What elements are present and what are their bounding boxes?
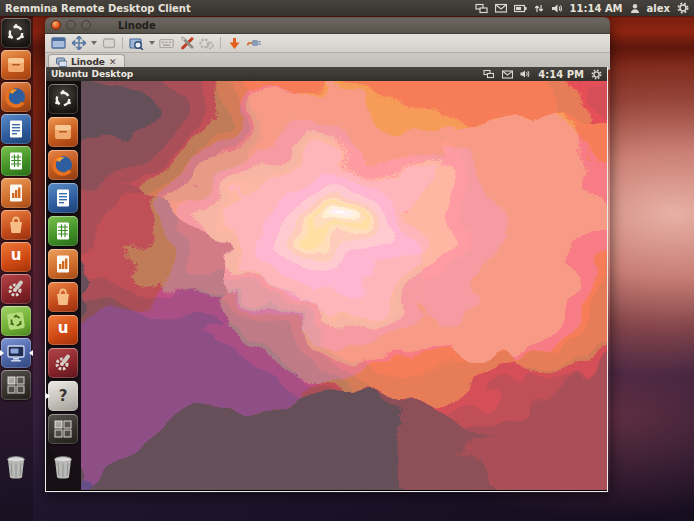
remote-launcher-item-libreoffice-impress[interactable] xyxy=(48,249,78,279)
ubuntu-one-glyph: u xyxy=(58,321,69,336)
host-unity-launcher: u xyxy=(0,16,33,521)
window-titlebar[interactable]: Linode xyxy=(45,17,610,34)
fullscreen-button[interactable] xyxy=(49,36,68,51)
remote-desktop-title: Ubuntu Desktop xyxy=(51,69,133,79)
launcher-item-libreoffice-calc[interactable] xyxy=(1,146,31,176)
active-app-title: Remmina Remote Desktop Client xyxy=(5,3,191,14)
remote-launcher-item-dash-home[interactable] xyxy=(48,84,78,114)
mail-icon[interactable] xyxy=(495,3,507,13)
network-icon[interactable] xyxy=(483,69,495,79)
remote-launcher-item-workspace-switcher[interactable] xyxy=(48,414,78,444)
clock[interactable]: 11:14 AM xyxy=(570,3,623,14)
window-minimize-button[interactable] xyxy=(66,20,76,30)
host-top-panel: Remmina Remote Desktop Client 11:14 AM a… xyxy=(0,0,694,16)
remote-launcher-item-trash[interactable] xyxy=(48,452,78,482)
fit-window-menu-caret[interactable] xyxy=(89,36,98,51)
remote-launcher-item-help[interactable]: ? xyxy=(48,381,78,411)
remote-launcher-item-system-settings[interactable] xyxy=(48,348,78,378)
window-close-button[interactable] xyxy=(51,20,61,30)
preferences-button[interactable] xyxy=(177,36,196,51)
launcher-item-workspace-switcher[interactable] xyxy=(1,370,31,400)
host-desktop: Remmina Remote Desktop Client 11:14 AM a… xyxy=(0,0,694,521)
ubuntu-one-glyph: u xyxy=(11,248,22,263)
launcher-item-firefox[interactable] xyxy=(1,82,31,112)
tab-label: Linode xyxy=(71,57,105,67)
launcher-item-ubuntu-software-center[interactable] xyxy=(1,210,31,240)
remote-indicator-tray: 4:14 PM xyxy=(483,69,602,80)
remote-launcher-item-libreoffice-calc[interactable] xyxy=(48,216,78,246)
launcher-item-remmina[interactable] xyxy=(1,338,31,368)
fit-window-button[interactable] xyxy=(69,36,88,51)
remmina-window: Linode xyxy=(45,17,610,493)
remote-unity-launcher: u ? xyxy=(46,81,81,490)
session-gear-icon[interactable] xyxy=(591,69,602,80)
volume-icon[interactable] xyxy=(520,69,531,79)
launcher-item-libreoffice-impress[interactable] xyxy=(1,178,31,208)
scaled-mode-button[interactable] xyxy=(99,36,118,51)
remote-clock[interactable]: 4:14 PM xyxy=(538,69,584,80)
help-glyph: ? xyxy=(59,389,68,404)
remmina-toolbar xyxy=(45,34,610,53)
launcher-item-ubuntu-one[interactable]: u xyxy=(1,242,31,272)
remote-running-indicator-arrow xyxy=(46,393,50,399)
remote-launcher-item-files[interactable] xyxy=(48,117,78,147)
battery-icon[interactable] xyxy=(514,4,527,13)
launcher-item-libreoffice-writer[interactable] xyxy=(1,114,31,144)
tab-close-icon[interactable]: ✕ xyxy=(109,57,117,67)
window-title: Linode xyxy=(118,20,156,31)
launcher-item-system-settings[interactable] xyxy=(1,274,31,304)
window-maximize-button[interactable] xyxy=(81,20,91,30)
focused-indicator-arrow xyxy=(29,350,33,356)
tools-button[interactable] xyxy=(197,36,216,51)
magnify-button[interactable] xyxy=(127,36,146,51)
launcher-item-files[interactable] xyxy=(1,50,31,80)
volume-icon[interactable] xyxy=(551,3,563,14)
minimize-to-tray-button[interactable] xyxy=(225,36,244,51)
launcher-item-trash[interactable] xyxy=(1,452,31,482)
remote-wallpaper xyxy=(46,81,607,490)
mail-icon[interactable] xyxy=(502,70,513,79)
remote-launcher-item-ubuntu-software-center[interactable] xyxy=(48,282,78,312)
running-indicator-arrow xyxy=(0,350,4,356)
sync-arrows-icon[interactable] xyxy=(534,3,544,14)
host-indicator-tray: 11:14 AM alex xyxy=(475,2,689,14)
remote-desktop-viewport[interactable]: Ubuntu Desktop 4:14 PM xyxy=(45,67,608,492)
user-icon[interactable] xyxy=(630,3,640,14)
launcher-item-dash-home[interactable] xyxy=(1,18,31,48)
remote-launcher-item-firefox[interactable] xyxy=(48,150,78,180)
remote-top-panel: Ubuntu Desktop 4:14 PM xyxy=(46,67,607,81)
remote-launcher-item-libreoffice-writer[interactable] xyxy=(48,183,78,213)
magnify-menu-caret[interactable] xyxy=(147,36,156,51)
session-gear-icon[interactable] xyxy=(677,2,689,14)
username[interactable]: alex xyxy=(647,3,670,14)
keyboard-grab-button[interactable] xyxy=(157,36,176,51)
launcher-item-ubuntu-green[interactable] xyxy=(1,306,31,336)
remote-launcher-item-ubuntu-one[interactable]: u xyxy=(48,315,78,345)
network-icon[interactable] xyxy=(475,3,488,14)
disconnect-button[interactable] xyxy=(245,36,264,51)
tab-connection-icon xyxy=(56,57,67,67)
